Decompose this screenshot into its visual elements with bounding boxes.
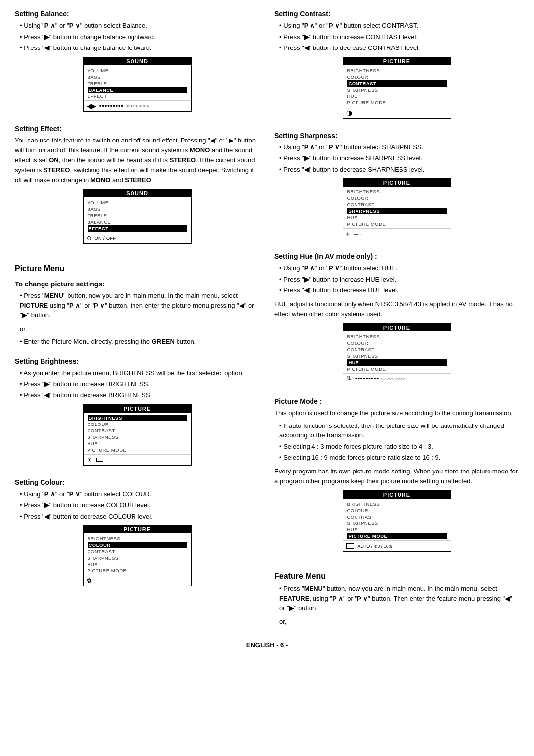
picture-mode-bullet-1: If auto function is selected, then the p…: [274, 421, 519, 440]
picture-box-brightness: PICTURE BRIGHTNESS COLOUR CONTRAST SHARP…: [83, 404, 192, 466]
picture-colour-row: COLOUR: [88, 421, 187, 427]
colour-bullet-1: Using "P ∧" or "P ∨" button select COLOU…: [15, 489, 260, 499]
picture-mode-body2: Every program has its own picture mode s…: [274, 467, 519, 486]
picture-box-sharpness: PICTURE BRIGHTNESS COLOUR CONTRAST SHARP…: [343, 178, 451, 239]
pic-cnt-hue: HUE: [347, 93, 447, 99]
feature-menu-section: Feature Menu Press "MENU" button, now yo…: [274, 560, 519, 630]
setting-contrast-title: Setting Contrast:: [274, 10, 519, 18]
setting-sharpness-title: Setting Sharpness:: [274, 132, 519, 140]
pic-hue-brightness: BRIGHTNESS: [347, 333, 447, 340]
half-circle-icon: ◑: [346, 109, 352, 117]
setting-contrast-section: Setting Contrast: Using "P ∧" or "P ∨" b…: [274, 10, 519, 125]
picture-box-mode-items: BRIGHTNESS COLOUR CONTRAST SHARPNESS HUE…: [343, 499, 451, 540]
sharpness-bullet-2: Press "▶" button to increase SHARPNESS l…: [274, 153, 519, 163]
contrast-bullet-3: Press "◀" button to decrease CONTRAST le…: [274, 43, 519, 53]
picture-mode-bullet-3: Selecting 16 : 9 mode forces picture rat…: [274, 453, 519, 463]
pic-sh-colour: COLOUR: [347, 195, 447, 201]
picture-box-brightness-items: BRIGHTNESS COLOUR CONTRAST SHARPNESS HUE…: [84, 413, 191, 454]
dots-empty-balance: ○○○○○○○○○: [125, 103, 149, 108]
picture-menu-section: Picture Menu To change picture settings:…: [15, 252, 260, 350]
picture-box-colour-header: PICTURE: [84, 525, 191, 533]
contrast-bullet-2: Press "▶" button to increase CONTRAST le…: [274, 32, 519, 42]
picture-box-mode-footer: AUTO / 4:3 / 16:9: [343, 540, 451, 551]
sharpness-bullet-1: Using "P ∧" or "P ∨" button select SHARP…: [274, 142, 519, 152]
hue-arrows-icon: ⇅: [346, 375, 351, 382]
feature-menu-or: or,: [274, 617, 519, 627]
hue-bullet-1: Using "P ∧" or "P ∨" button select HUE.: [274, 263, 519, 273]
pic-mode-hue: HUE: [347, 526, 447, 533]
pic-col-brightness: BRIGHTNESS: [88, 535, 187, 542]
sound-box-balance-footer: ◀▶ ●●●●●●●●● ○○○○○○○○○: [84, 100, 191, 111]
picture-mode-title: Picture Mode :: [274, 397, 519, 405]
picture-box-colour-items: BRIGHTNESS COLOUR CONTRAST SHARPNESS HUE…: [84, 533, 191, 575]
pic-mode-sharpness: SHARPNESS: [347, 520, 447, 526]
sound-item-balance: BALANCE: [88, 87, 187, 93]
setting-sharpness-section: Setting Sharpness: Using "P ∧" or "P ∨" …: [274, 125, 519, 246]
sound-effect-volume: VOLUME: [88, 199, 187, 206]
pic-hue-colour: COLOUR: [347, 340, 447, 346]
picture-menu-subtitle: To change picture settings:: [15, 280, 260, 288]
sun-icon: ☀: [87, 456, 92, 464]
pic-cnt-contrast: CONTRAST: [347, 80, 447, 87]
setting-effect-body: You can use this feature to switch on an…: [15, 136, 260, 186]
picture-box-hue-footer: ⇅ ●●●●●●●●● ○○○○○○○○○: [343, 373, 451, 384]
sound-box-effect-header: SOUND: [84, 189, 191, 197]
pic-hue-hue: HUE: [347, 359, 447, 366]
pic-cnt-mode: PICTURE MODE: [347, 99, 447, 106]
picture-box-sharpness-footer: + ······: [343, 228, 451, 239]
sound-effect-bass: BASS: [88, 206, 187, 212]
picture-box-contrast-items: BRIGHTNESS COLOUR CONTRAST SHARPNESS HUE…: [343, 65, 451, 107]
picture-menu-green: Enter the Picture Menu directly, pressin…: [15, 337, 260, 347]
brightness-bullet-1: As you enter the picture menu, BRIGHTNES…: [15, 368, 260, 378]
picture-menu-bullets: Press "MENU" button, now you are in main…: [15, 291, 260, 320]
setting-contrast-bullets: Using "P ∧" or "P ∨" button select CONTR…: [274, 21, 519, 53]
picture-box-mode: PICTURE BRIGHTNESS COLOUR CONTRAST SHARP…: [343, 490, 451, 552]
feature-menu-title: Feature Menu: [274, 572, 519, 581]
sound-box-effect-items: VOLUME BASS TREBLE BALANCE EFFECT: [84, 197, 191, 233]
setting-colour-section: Setting Colour: Using "P ∧" or "P ∨" but…: [15, 472, 260, 593]
picture-sharpness-row: SHARPNESS: [88, 434, 187, 440]
picture-box-contrast-footer: ◑ ······: [343, 107, 451, 118]
sound-box-effect-footer: ⊙ ON / OFF: [84, 233, 191, 243]
footer-text: ENGLISH - 6 -: [246, 641, 288, 649]
sound-item-volume: VOLUME: [88, 67, 187, 74]
pic-col-mode: PICTURE MODE: [88, 567, 187, 574]
picture-contrast-row: CONTRAST: [88, 427, 187, 434]
arrows-lr-icon: ◀▶: [87, 103, 96, 109]
setting-effect-section: Setting Effect: You can use this feature…: [15, 118, 260, 250]
progress-indicator-brightness: [96, 458, 103, 462]
picture-box-hue: PICTURE BRIGHTNESS COLOUR CONTRAST SHARP…: [343, 323, 451, 384]
sound-box-balance-items: VOLUME BASS TREBLE BALANCE EFFECT: [84, 65, 191, 100]
pic-mode-contrast: CONTRAST: [347, 514, 447, 520]
picture-box-contrast: PICTURE BRIGHTNESS COLOUR CONTRAST SHARP…: [343, 57, 451, 119]
picture-mode-bullets: If auto function is selected, then the p…: [274, 421, 519, 463]
picture-box-brightness-footer: ☀ ······: [84, 454, 191, 465]
picture-mode-section: Picture Mode : This option is used to ch…: [274, 390, 519, 558]
sound-item-effect: EFFECT: [88, 93, 187, 99]
pic-cnt-sharpness: SHARPNESS: [347, 87, 447, 93]
hue-dots-filled: ●●●●●●●●●: [355, 376, 379, 381]
dots-filled-balance: ●●●●●●●●●: [99, 103, 124, 108]
setting-brightness-bullets: As you enter the picture menu, BRIGHTNES…: [15, 368, 260, 400]
setting-colour-title: Setting Colour:: [15, 478, 260, 486]
sound-box-effect: SOUND VOLUME BASS TREBLE BALANCE EFFECT …: [83, 189, 192, 244]
sound-item-bass: BASS: [88, 74, 187, 80]
colour-star-icon: ✿: [87, 577, 92, 584]
feature-menu-divider: [274, 565, 519, 565]
sharpness-bullet-3: Press "◀" button to decrease SHARPNESS l…: [274, 165, 519, 175]
rect-frame-icon: [346, 543, 354, 549]
picture-menu-or: or,: [15, 324, 260, 334]
colour-bullet-3: Press "◀" button to decrease COLOUR leve…: [15, 512, 260, 521]
setting-hue-section: Setting Hue (In AV mode only) : Using "P…: [274, 245, 519, 390]
pic-sh-hue: HUE: [347, 214, 447, 221]
picture-menu-bullet-2: Enter the Picture Menu directly, pressin…: [15, 337, 260, 347]
pic-mode-colour: COLOUR: [347, 507, 447, 514]
sharpness-dots: ······: [354, 232, 361, 236]
picture-mode-bullet-2: Selecting 4 : 3 mode forces picture rati…: [274, 442, 519, 452]
left-column: Setting Balance: Using "P ∧" or "P ∨" bu…: [15, 10, 260, 630]
picture-mode-body1: This option is used to change the pictur…: [274, 408, 519, 418]
pic-hue-mode: PICTURE MODE: [347, 366, 447, 372]
pic-cnt-colour: COLOUR: [347, 74, 447, 80]
plus-icon: +: [346, 230, 350, 237]
feature-menu-bullet-1: Press "MENU" button, now you are in main…: [274, 584, 519, 613]
